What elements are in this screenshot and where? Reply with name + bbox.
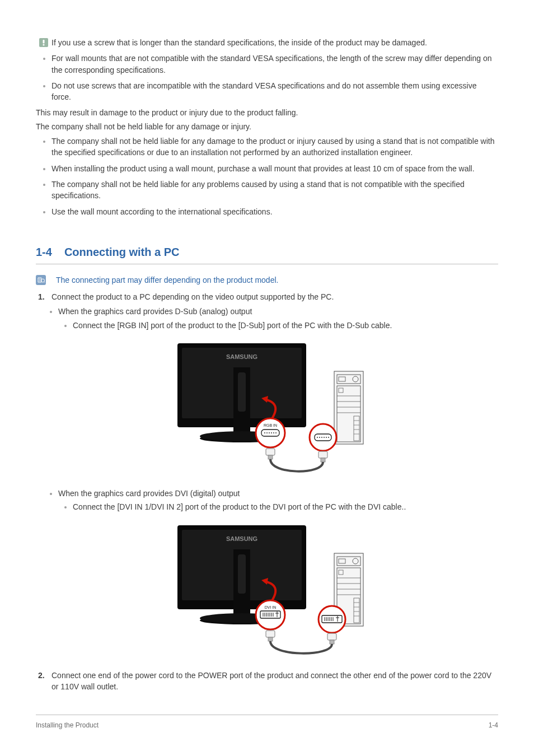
svg-rect-1 xyxy=(43,40,45,44)
svg-point-42 xyxy=(324,437,325,438)
steps-list-2: Connect one end of the power cord to the… xyxy=(36,670,498,693)
svg-text:DVI IN: DVI IN xyxy=(265,605,277,609)
caution-item: If you use a screw that is longer than t… xyxy=(51,38,427,47)
liability-item: When installing the product using a wall… xyxy=(51,164,475,173)
figure-rgb-connection: SAMSUNG RGB IN xyxy=(36,338,498,478)
svg-rect-94 xyxy=(266,631,275,637)
note-row: The connecting part may differ depending… xyxy=(36,274,498,286)
svg-text:SAMSUNG: SAMSUNG xyxy=(226,353,257,360)
body-text: The company shall not be held liable for… xyxy=(36,121,498,132)
svg-point-39 xyxy=(317,437,318,438)
dsub-when: When the graphics card provides D-Sub (a… xyxy=(58,307,252,316)
svg-rect-95 xyxy=(268,637,273,641)
figure-dvi-connection: SAMSUNG DVI IN xyxy=(36,520,498,660)
section-number: 1-4 xyxy=(36,246,52,258)
liability-list: The company shall not be held liable for… xyxy=(36,136,498,217)
svg-point-20 xyxy=(273,432,274,433)
note-icon xyxy=(36,275,46,285)
section-title: Connecting with a PC xyxy=(64,246,180,258)
step-2: Connect one end of the power cord to the… xyxy=(36,670,498,693)
body-text: This may result in damage to the product… xyxy=(36,107,498,118)
svg-point-21 xyxy=(275,432,277,433)
step-1: Connect the product to a PC depending on… xyxy=(36,291,498,302)
caution-list: If you use a screw that is longer than t… xyxy=(36,37,498,102)
svg-point-40 xyxy=(319,437,320,438)
liability-item: The company shall not be held liable for… xyxy=(51,137,494,157)
note-text: The connecting part may differ depending… xyxy=(56,274,278,286)
svg-point-19 xyxy=(271,432,272,433)
dvi-how: Connect the [DVI IN 1/DVI IN 2] port of … xyxy=(73,502,406,511)
svg-point-44 xyxy=(328,437,329,438)
svg-rect-97 xyxy=(330,640,334,644)
dsub-block: When the graphics card provides D-Sub (a… xyxy=(36,306,498,331)
svg-rect-47 xyxy=(318,451,327,458)
svg-point-16 xyxy=(264,432,265,433)
liability-item: Use the wall mount according to the inte… xyxy=(51,207,273,216)
svg-rect-46 xyxy=(268,455,273,459)
svg-text:SAMSUNG: SAMSUNG xyxy=(226,535,257,542)
page-footer: Installing the Product 1-4 xyxy=(36,715,498,730)
dvi-block: When the graphics card provides DVI (dig… xyxy=(36,488,498,513)
svg-rect-96 xyxy=(327,633,336,640)
dvi-when: When the graphics card provides DVI (dig… xyxy=(58,489,240,498)
svg-point-18 xyxy=(269,432,270,433)
section-heading: 1-4Connecting with a PC xyxy=(36,244,498,264)
svg-text:RGB IN: RGB IN xyxy=(264,423,277,427)
svg-point-41 xyxy=(321,437,322,438)
liability-item: The company shall not be held liable for… xyxy=(51,180,465,200)
caution-item: For wall mounts that are not compatible … xyxy=(51,54,492,74)
footer-right: 1-4 xyxy=(489,721,498,730)
svg-point-13 xyxy=(256,418,285,447)
caution-icon xyxy=(39,38,48,47)
caution-item: Do not use screws that are incompatible … xyxy=(51,81,477,101)
svg-rect-53 xyxy=(238,554,246,594)
svg-point-43 xyxy=(326,437,327,438)
dsub-how: Connect the [RGB IN] port of the product… xyxy=(73,321,392,330)
svg-point-37 xyxy=(310,424,336,451)
svg-point-17 xyxy=(266,432,268,433)
svg-rect-22 xyxy=(334,371,363,444)
svg-rect-45 xyxy=(266,449,275,455)
svg-rect-48 xyxy=(321,458,325,462)
svg-point-84 xyxy=(318,606,345,633)
svg-rect-9 xyxy=(238,372,246,412)
svg-point-2 xyxy=(43,44,44,45)
footer-left: Installing the Product xyxy=(36,721,99,730)
steps-list: Connect the product to a PC depending on… xyxy=(36,291,498,302)
